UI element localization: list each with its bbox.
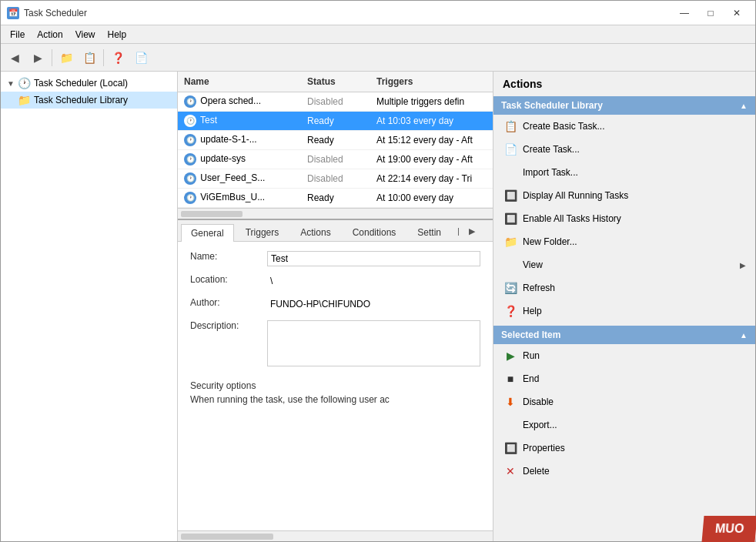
column-triggers[interactable]: Triggers — [370, 75, 493, 89]
actions-header: Actions — [493, 72, 755, 96]
toolbar: ◀ ▶ 📁 📋 ❓ 📄 — [1, 44, 755, 72]
tab-separator: | — [453, 223, 464, 241]
menu-view[interactable]: View — [69, 28, 102, 42]
detail-location-row: Location: \ — [190, 274, 480, 289]
task-icon: 🕐 — [184, 192, 196, 204]
forward-button[interactable]: ▶ — [27, 47, 49, 69]
disable-label: Disable — [523, 396, 554, 407]
import-task-item[interactable]: Import Task... — [493, 161, 755, 184]
muo-badge: MUO — [701, 516, 756, 542]
info-button[interactable]: 📄 — [130, 47, 152, 69]
disable-item[interactable]: ⬇ Disable — [493, 390, 755, 413]
detail-name-row: Name: Test — [190, 251, 480, 266]
create-basic-icon: 📋 — [503, 119, 518, 134]
menu-action[interactable]: Action — [31, 28, 69, 42]
table-row[interactable]: 🕐 Opera sched... Disabled Multiple trigg… — [178, 92, 493, 112]
expand-icon: ▼ — [7, 79, 16, 88]
create-task-item[interactable]: 📄 Create Task... — [493, 138, 755, 161]
display-running-item[interactable]: 🔲 Display All Running Tasks — [493, 184, 755, 207]
create-basic-task-item[interactable]: 📋 Create Basic Task... — [493, 115, 755, 138]
new-folder-item[interactable]: 📁 New Folder... — [493, 230, 755, 253]
close-button[interactable]: ✕ — [724, 4, 749, 22]
column-status[interactable]: Status — [301, 75, 370, 89]
task-status: Disabled — [301, 152, 370, 166]
minimize-button[interactable]: — — [672, 4, 697, 22]
properties-label: Properties — [523, 443, 565, 453]
table-row[interactable]: 🕐 update-S-1-... Ready At 15:12 every da… — [178, 131, 493, 150]
detail-scrollbar-thumb[interactable] — [181, 534, 273, 540]
selected-collapse-icon: ▲ — [740, 331, 748, 340]
table-horizontal-scrollbar[interactable] — [178, 208, 493, 219]
detail-description-row: Description: — [190, 320, 480, 366]
task-status: Ready — [301, 114, 370, 128]
enable-history-item[interactable]: 🔲 Enable All Tasks History — [493, 207, 755, 230]
menu-bar: File Action View Help — [1, 25, 755, 44]
description-value[interactable] — [267, 320, 480, 366]
export-label: Export... — [523, 420, 557, 430]
view-item[interactable]: View ▶ — [493, 253, 755, 276]
tab-more[interactable]: ▶ — [464, 223, 480, 241]
run-icon: ▶ — [503, 348, 518, 363]
menu-file[interactable]: File — [4, 28, 31, 42]
center-panel: Name Status Triggers 🕐 Opera sched... Di… — [178, 72, 493, 541]
table-row[interactable]: 🕐 Test Ready At 10:03 every day — [178, 112, 493, 131]
import-task-label: Import Task... — [523, 167, 578, 178]
tab-general[interactable]: General — [181, 224, 234, 242]
view-icon — [503, 257, 518, 273]
view-label: View — [523, 259, 543, 270]
detail-horizontal-scrollbar[interactable] — [178, 530, 493, 541]
task-name: 🕐 Test — [178, 113, 301, 129]
selected-section-header[interactable]: Selected Item ▲ — [493, 326, 755, 344]
task-icon: 🕐 — [184, 134, 196, 146]
create-task-icon: 📄 — [503, 142, 518, 157]
new-folder-icon: 📁 — [503, 234, 518, 249]
help-icon: ❓ — [503, 303, 518, 319]
task-triggers: At 15:12 every day - Aft — [370, 133, 493, 147]
task-status: Disabled — [301, 95, 370, 109]
disable-icon: ⬇ — [503, 394, 518, 410]
back-button[interactable]: ◀ — [4, 47, 25, 69]
tab-conditions[interactable]: Conditions — [343, 223, 406, 241]
tab-actions[interactable]: Actions — [290, 223, 340, 241]
task-table: Name Status Triggers 🕐 Opera sched... Di… — [178, 72, 493, 220]
task-name: 🕐 update-S-1-... — [178, 132, 301, 148]
help-toolbar-button[interactable]: ❓ — [107, 47, 129, 69]
tab-triggers[interactable]: Triggers — [236, 223, 289, 241]
table-row[interactable]: 🕐 update-sys Disabled At 19:00 every day… — [178, 150, 493, 169]
folder-icon: 📁 — [18, 94, 31, 106]
end-label: End — [523, 373, 539, 384]
task-name: 🕐 Opera sched... — [178, 94, 301, 109]
table-row[interactable]: 🕐 User_Feed_S... Disabled At 22:14 every… — [178, 169, 493, 189]
help-label: Help — [523, 306, 542, 316]
properties-item[interactable]: 🔲 Properties — [493, 437, 755, 460]
task-triggers: At 10:00 every day — [370, 191, 493, 205]
task-name: 🕐 ViGEmBus_U... — [178, 190, 301, 206]
name-value[interactable]: Test — [267, 251, 480, 266]
tab-bar: General Triggers Actions Conditions Sett… — [178, 220, 493, 242]
refresh-item[interactable]: 🔄 Refresh — [493, 276, 755, 299]
export-item[interactable]: Export... — [493, 413, 755, 437]
column-name[interactable]: Name — [178, 75, 301, 89]
end-item[interactable]: ■ End — [493, 367, 755, 390]
help-item[interactable]: ❓ Help — [493, 299, 755, 323]
sidebar-library-label: Task Scheduler Library — [34, 95, 128, 105]
delete-icon: ✕ — [503, 463, 518, 479]
table-row[interactable]: 🕐 ViGEmBus_U... Ready At 10:00 every day — [178, 189, 493, 208]
sidebar: ▼ 🕐 Task Scheduler (Local) 📁 Task Schedu… — [1, 72, 178, 541]
task-status: Ready — [301, 133, 370, 147]
enable-history-label: Enable All Tasks History — [523, 213, 621, 224]
sidebar-item-local[interactable]: ▼ 🕐 Task Scheduler (Local) — [1, 75, 177, 92]
open-folder-button[interactable]: 📁 — [55, 47, 77, 69]
delete-item[interactable]: ✕ Delete — [493, 460, 755, 483]
sidebar-item-library[interactable]: 📁 Task Scheduler Library — [1, 92, 177, 109]
maximize-button[interactable]: □ — [698, 4, 723, 22]
name-label: Name: — [190, 251, 267, 262]
properties-button[interactable]: 📋 — [79, 47, 100, 69]
library-section-header[interactable]: Task Scheduler Library ▲ — [493, 96, 755, 115]
tab-settings[interactable]: Settin — [407, 223, 451, 241]
table-header: Name Status Triggers — [178, 72, 493, 92]
menu-help[interactable]: Help — [102, 28, 133, 42]
run-item[interactable]: ▶ Run — [493, 344, 755, 367]
scrollbar-thumb[interactable] — [181, 211, 243, 217]
description-label: Description: — [190, 320, 267, 331]
